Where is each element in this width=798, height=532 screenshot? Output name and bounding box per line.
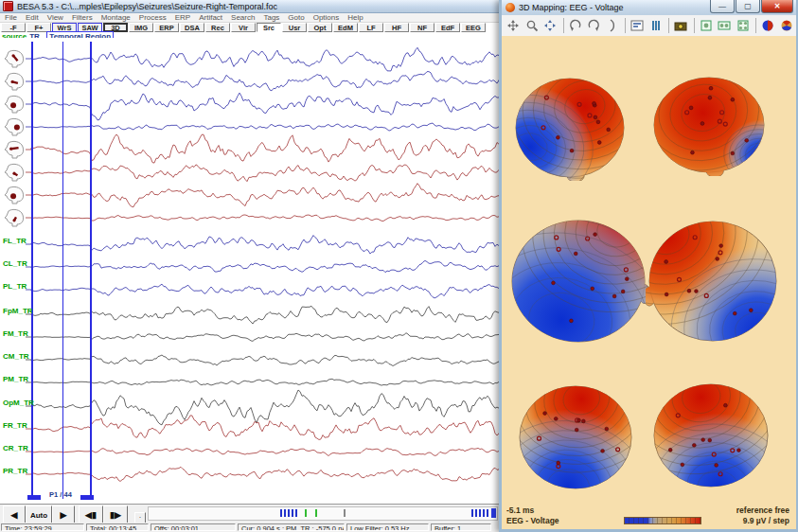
menu-options[interactable]: Options — [313, 13, 340, 22]
voltage-head-back-left[interactable] — [516, 382, 635, 492]
time-cursor[interactable] — [62, 42, 63, 499]
event-marker-blue — [295, 509, 297, 517]
minimize-button[interactable]: — — [710, 0, 735, 13]
rotate-cw-icon[interactable] — [585, 17, 603, 35]
toolbar-button-vir[interactable]: Vir — [231, 23, 256, 32]
toolbar-button-edm[interactable]: EdM — [333, 23, 358, 32]
menu-tags[interactable]: Tags — [263, 13, 279, 22]
status-bar: Time: 23:59:29Total: 00:13:45Offs: 00:03… — [0, 523, 506, 532]
map-colored-b-icon[interactable] — [778, 17, 796, 35]
maximize-button[interactable]: ▢ — [736, 0, 760, 13]
channel-label-OpM_TR[interactable]: OpM_TR — [3, 399, 34, 407]
channel-label-CL_TR[interactable]: CL_TR — [3, 259, 27, 268]
channel-label-CM_TR[interactable]: CM_TR — [3, 352, 29, 361]
voltage-color-scale — [624, 517, 701, 524]
auto-scroll-button[interactable]: Auto — [26, 505, 52, 524]
menu-erp[interactable]: ERP — [175, 13, 190, 22]
channel-label-CR_TR[interactable]: CR_TR — [3, 444, 28, 452]
toolbar-separator — [755, 18, 756, 33]
toolbar-button-opt[interactable]: Opt — [308, 23, 332, 32]
sequence-icon[interactable] — [629, 17, 647, 35]
toolbar-button-lf[interactable]: LF — [359, 23, 383, 32]
channel-label-PL_TR[interactable]: PL_TR — [3, 282, 27, 291]
toolbar-separator — [694, 18, 695, 33]
source-head-icon[interactable] — [3, 72, 26, 91]
channel-label-PM_TR[interactable]: PM_TR — [3, 375, 28, 383]
voltage-head-top-front-right[interactable] — [650, 74, 768, 176]
interval-end-cursor[interactable] — [90, 42, 92, 499]
menu-filters[interactable]: Filters — [72, 13, 93, 22]
menu-process[interactable]: Process — [139, 13, 167, 22]
close-button[interactable]: ✕ — [761, 0, 793, 13]
toolbar-button-hf[interactable]: HF — [384, 23, 409, 32]
channel-label-FL_TR[interactable]: FL_TR — [3, 237, 27, 245]
channel-label-FR_TR[interactable]: FR_TR — [3, 421, 27, 430]
zoom-icon[interactable] — [523, 17, 541, 35]
source-head-icon[interactable] — [3, 186, 26, 204]
interval-start-cursor[interactable] — [31, 42, 33, 499]
block-forward-button[interactable]: ▮▶ — [103, 505, 128, 524]
toolbar-button-src[interactable]: Src — [257, 23, 281, 32]
view-row-icon[interactable] — [716, 17, 734, 35]
menu-montage[interactable]: Montage — [101, 13, 131, 22]
status-field-1: Total: 00:13:45 — [86, 523, 149, 531]
menu-search[interactable]: Search — [231, 13, 255, 22]
view-single-icon[interactable] — [697, 17, 715, 35]
voltage-head-back-right[interactable] — [650, 381, 771, 490]
source-head-icon[interactable] — [3, 95, 26, 114]
channel-label-FM_TR[interactable]: FM_TR — [3, 329, 28, 338]
event-marker-gray — [344, 509, 346, 517]
tilt-icon[interactable] — [604, 17, 622, 35]
menu-artifact[interactable]: Artifact — [199, 13, 222, 22]
channel-label-PR_TR[interactable]: PR_TR — [3, 467, 27, 475]
view-grid-icon[interactable] — [735, 17, 753, 35]
source-head-icon[interactable] — [3, 117, 26, 136]
mapping-toolbar — [502, 15, 796, 37]
source-head-icon[interactable] — [3, 49, 26, 68]
menu-view[interactable]: View — [47, 13, 63, 22]
block-back-button[interactable]: ◀▮ — [79, 505, 103, 524]
toolbar-button-img[interactable]: IMG — [129, 23, 153, 32]
map-colored-a-icon[interactable] — [759, 17, 777, 35]
voltage-head-right-side[interactable] — [646, 218, 780, 345]
toolbar-button-edf[interactable]: EdF — [435, 23, 460, 32]
event-marker-blue — [475, 509, 477, 517]
timeline-scrollbar[interactable] — [148, 506, 498, 521]
window-controls: — ▢ ✕ — [709, 0, 793, 13]
voltage-head-top-front-left[interactable] — [512, 75, 628, 181]
scrollbar-thumb[interactable] — [491, 508, 496, 518]
mapping-canvas[interactable]: -5.1 ms EEG - Voltage reference free 9.9… — [502, 36, 796, 529]
main-title-bar[interactable]: BESA 5.3 - C:\...mples\Epilepsy\Seizures… — [0, 0, 506, 13]
bars-icon[interactable] — [647, 17, 665, 35]
toolbar-button-usr[interactable]: Usr — [282, 23, 307, 32]
toolbar-button-eeg[interactable]: EEG — [461, 23, 486, 32]
menu-help[interactable]: Help — [347, 13, 363, 22]
source-head-icon[interactable] — [3, 208, 26, 227]
source-head-icon[interactable] — [3, 163, 26, 182]
toolbar-button-dsa[interactable]: DSA — [180, 23, 204, 32]
toolbar-button-erp[interactable]: ERP — [154, 23, 179, 32]
toolbar-separator — [563, 18, 564, 33]
page-back-button[interactable]: ◀ — [3, 505, 26, 524]
rotate-ccw-icon[interactable] — [567, 17, 585, 35]
menu-goto[interactable]: Goto — [288, 13, 304, 22]
event-marker-blue — [292, 509, 293, 517]
channel-label-FpM_TR[interactable]: FpM_TR — [3, 307, 33, 315]
mapping-window: 3D Mapping: EEG - Voltage — ▢ ✕ -5.1 ms … — [499, 0, 798, 532]
event-marker-blue — [483, 509, 485, 517]
toolbar-button-rec[interactable]: Rec — [205, 23, 230, 32]
eeg-trace-area[interactable]: FL_TRCL_TRPL_TRFpM_TRFM_TRCM_TRPM_TROpM_… — [0, 38, 506, 504]
page-forward-button[interactable]: ▶ — [52, 505, 75, 524]
move-icon[interactable] — [505, 17, 523, 35]
toolbar-button-nf[interactable]: NF — [410, 23, 434, 32]
pan-icon[interactable] — [541, 17, 559, 35]
menu-file[interactable]: File — [5, 13, 17, 22]
event-marker-blue — [471, 509, 473, 517]
source-head-icon[interactable] — [3, 140, 26, 159]
page-indicator: P1 / 44 — [28, 489, 93, 501]
menu-edit[interactable]: Edit — [26, 13, 39, 22]
snapshot-icon[interactable] — [672, 17, 690, 35]
voltage-head-left-side[interactable] — [508, 217, 648, 346]
toolbar-separator — [668, 18, 669, 33]
signal-label: EEG - Voltage — [506, 516, 559, 525]
